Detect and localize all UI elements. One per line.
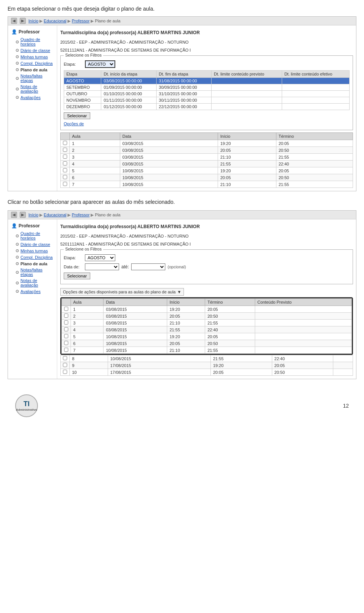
dropdown-etapa[interactable]: OUTUBRO	[64, 91, 101, 97]
row-data: 10/08/2015	[104, 333, 167, 340]
row-checkbox[interactable]	[61, 362, 70, 369]
dropdown-fim: 31/10/2015 00:00:00	[156, 91, 211, 97]
row-checkbox[interactable]	[61, 154, 70, 161]
sidebar-item-plano-2[interactable]: ⊙ Plano de aula	[8, 260, 57, 267]
sidebar-item-quadro-1[interactable]: ⊙ Quadro de horários	[8, 36, 57, 47]
dropdown-inicio: 01/09/2015 00:00:00	[101, 84, 156, 91]
row-inicio: 19:20	[218, 140, 276, 147]
row-termino: 22:40	[272, 355, 333, 362]
plano-icon-1: ⊙	[16, 67, 19, 72]
dropdown-inicio: 01/11/2015 00:00:00	[101, 97, 156, 104]
sidebar-item-avaliacoes-2[interactable]: ⊙ Avaliações	[8, 288, 57, 295]
diario-icon-2: ⊙	[16, 242, 19, 247]
professor-icon-1: 👤	[11, 29, 17, 35]
row-checkbox[interactable]	[61, 355, 70, 362]
row-conteudo	[255, 333, 351, 340]
row-checkbox[interactable]	[61, 167, 70, 174]
row-inicio: 20:05	[218, 147, 276, 154]
aval-icon-2: ⊙	[16, 289, 19, 294]
dropdown-etapa[interactable]: NOVEMBRO	[64, 97, 101, 104]
row-aula: 1	[70, 140, 120, 147]
etapa-select-1[interactable]: AGOSTO	[85, 60, 115, 68]
breadcrumb-inicio-1[interactable]: Início	[28, 19, 38, 23]
row-checkbox[interactable]	[62, 326, 71, 333]
etapa-select-2[interactable]: AGOSTO	[85, 254, 115, 261]
row-data: 03/08/2015	[120, 140, 218, 147]
breadcrumb-educacional-2[interactable]: Educacional	[44, 213, 66, 217]
row-termino: 20:50	[205, 340, 255, 347]
filter-box-title-2: Selecione os Filtros	[64, 247, 103, 251]
nav-back-btn-1[interactable]: ◀	[11, 18, 17, 24]
sidebar-item-diario-2[interactable]: ⊙ Diário de classe	[8, 241, 57, 247]
row-termino: 20:05	[276, 140, 353, 147]
dropdown-etapa[interactable]: DEZEMBRO	[64, 104, 101, 110]
filter-box-title-1: Selecione os Filtros	[64, 53, 103, 57]
sidebar-item-notas-aval-2[interactable]: ⊙ Notas de avaliação	[8, 277, 57, 288]
col-inicio-h-2: Início	[167, 299, 205, 306]
sidebar-item-avaliacoes-1[interactable]: ⊙ Avaliações	[8, 94, 57, 101]
breadcrumb-plano-2: Plano de aula	[95, 213, 120, 217]
sidebar-item-quadro-2[interactable]: ⊙ Quadro de horários	[8, 230, 57, 241]
dropdown-etapa[interactable]: SETEMBRO	[64, 84, 101, 91]
dropdown-fim: 31/08/2015 00:00:00	[156, 78, 211, 84]
nav-forward-btn-2[interactable]: ▶	[20, 212, 26, 218]
sidebar-item-notas-faltas-1[interactable]: ⊙ Notas/faltas etapas	[8, 73, 57, 84]
opcoes-row-1[interactable]: Opções de	[64, 121, 350, 126]
breadcrumb-professor-2[interactable]: Professor	[72, 213, 89, 217]
table-row: 7 10/08/2015 21:10 21:55	[62, 347, 352, 354]
row-checkbox[interactable]	[62, 340, 71, 347]
sidebar-item-compl-1[interactable]: ⊙ Compl. Disciplina	[8, 60, 57, 66]
row-checkbox[interactable]	[61, 147, 70, 154]
data-de-select-2[interactable]	[85, 263, 119, 270]
row-data: 03/08/2015	[104, 306, 167, 313]
table-row: 3 03/08/2015 21:10 21:55	[61, 154, 353, 161]
row-aula: 1	[71, 306, 104, 313]
breadcrumb-professor-1[interactable]: Professor	[72, 19, 89, 23]
nav-back-btn-2[interactable]: ◀	[11, 212, 17, 218]
sidebar-item-notas-aval-1[interactable]: ⊙ Notas de avaliação	[8, 84, 57, 94]
col-data-h-1: Data	[120, 133, 218, 140]
selecionar-btn-2[interactable]: Selecionar	[64, 273, 90, 279]
row-checkbox[interactable]	[61, 161, 70, 167]
dropdown-lim-efet	[282, 84, 349, 91]
ate-select-2[interactable]	[131, 263, 165, 270]
row-conteudo	[255, 347, 351, 354]
row-checkbox[interactable]	[61, 174, 70, 181]
sidebar-item-compl-2[interactable]: ⊙ Compl. Disciplina	[8, 254, 57, 260]
dropdown-inicio: 01/10/2015 00:00:00	[101, 91, 156, 97]
sidebar-item-diario-1[interactable]: ⊙ Diário de classe	[8, 47, 57, 54]
dropdown-etapa[interactable]: AGOSTO	[64, 78, 101, 84]
row-checkbox[interactable]	[61, 181, 70, 188]
col-aula-h-2: Aula	[71, 299, 104, 306]
row-checkbox[interactable]	[62, 347, 71, 354]
dropdown-inicio: 03/08/2015 00:00:00	[101, 78, 156, 84]
row-inicio: 20:05	[218, 174, 276, 181]
row-checkbox[interactable]	[61, 369, 70, 376]
sidebar-item-plano-1[interactable]: ⊙ Plano de aula	[8, 66, 57, 73]
instruction-text-1: Em etapa selecionar o mês que deseja dig…	[8, 6, 356, 12]
nav-forward-btn-1[interactable]: ▶	[20, 18, 26, 24]
breadcrumb-educacional-1[interactable]: Educacional	[44, 19, 66, 23]
row-conteudo	[255, 326, 351, 333]
compl-icon-2: ⊙	[16, 255, 19, 260]
breadcrumb-bar-2: ◀ ▶ Início ▶ Educacional ▶ Professor ▶ P…	[8, 211, 356, 219]
sidebar-item-notas-faltas-2[interactable]: ⊙ Notas/faltas etapas	[8, 267, 57, 277]
sidebar-item-turmas-1[interactable]: ⊙ Minhas turmas	[8, 54, 57, 60]
row-termino: 20:05	[272, 362, 333, 369]
row-checkbox[interactable]	[62, 313, 71, 320]
table-row: 2 03/08/2015 20:05 20:50	[62, 313, 352, 320]
row-checkbox[interactable]	[62, 320, 71, 326]
row-checkbox[interactable]	[62, 333, 71, 340]
row-termino: 22:40	[205, 326, 255, 333]
selecionar-btn-1[interactable]: Selecionar	[64, 112, 90, 119]
sidebar-item-turmas-2[interactable]: ⊙ Minhas turmas	[8, 247, 57, 254]
row-checkbox[interactable]	[61, 140, 70, 147]
breadcrumb-inicio-2[interactable]: Início	[28, 213, 38, 217]
opcoes-dropdown-2[interactable]: Opções de ações disponíveis para as aula…	[60, 288, 184, 296]
col-termino-h-2: Término	[205, 299, 255, 306]
selecionar-row-1: Selecionar	[64, 112, 350, 119]
ate-label-2: até:	[121, 264, 129, 269]
row-termino: 21:55	[276, 154, 353, 161]
filter-box-1: Selecione os Filtros Etapa: AGOSTO Etapa…	[60, 55, 353, 130]
row-checkbox[interactable]	[62, 306, 71, 313]
